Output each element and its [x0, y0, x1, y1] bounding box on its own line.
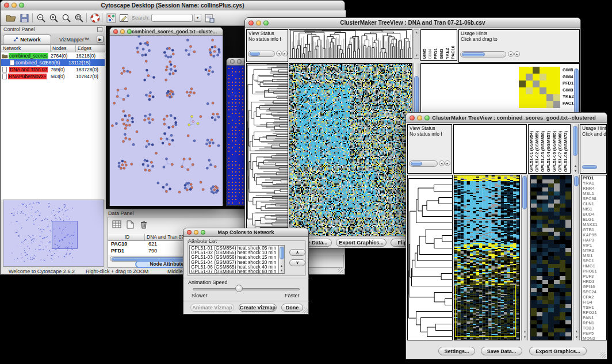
matrix-cell[interactable] [553, 74, 560, 81]
gene-list-item[interactable]: HRD3 [582, 279, 606, 284]
scrollbar-thumb[interactable] [411, 162, 422, 166]
dialog-titlebar[interactable]: Map Colors to Network [183, 228, 308, 237]
new-document-icon[interactable] [124, 219, 136, 230]
minimize-icon[interactable] [194, 230, 198, 235]
column-label[interactable]: GIM4 [427, 31, 433, 59]
heatmap-canvas[interactable] [454, 175, 520, 340]
gene-list-item[interactable]: HMG1 [582, 263, 606, 269]
minimize-icon[interactable] [120, 29, 125, 34]
matrix-cell[interactable] [553, 94, 560, 101]
resize-grip[interactable] [600, 352, 606, 358]
column-label[interactable]: GIM3 [439, 31, 445, 59]
matrix-cell[interactable] [533, 101, 540, 108]
gene-list-item[interactable]: CLN1 [582, 201, 606, 206]
trash-icon[interactable] [138, 219, 150, 230]
settings-button[interactable]: Settings... [438, 347, 475, 355]
scroll-up-icon[interactable]: ▴ [574, 329, 579, 334]
network-canvas[interactable] [110, 36, 223, 206]
close-icon[interactable] [410, 115, 415, 120]
move-down-button[interactable]: ∨ [289, 259, 305, 266]
gene-list-item[interactable]: MON2 [582, 336, 606, 340]
scroll-up-icon[interactable]: ▴ [414, 30, 419, 35]
matrix-cell[interactable] [553, 101, 560, 108]
column-label[interactable]: GPL51-06 (GSM865) [552, 126, 557, 172]
save-data-button[interactable]: Save Data... [481, 347, 522, 355]
search-dropdown[interactable]: ▼ [194, 14, 201, 22]
vizmap-network-icon[interactable] [105, 12, 117, 24]
gene-list-item[interactable]: TCB3 [582, 325, 606, 331]
gene-list-item[interactable]: ELG1 [582, 217, 606, 222]
gene-list-item[interactable]: MSI1 [582, 253, 606, 258]
window-controls[interactable] [4, 3, 24, 8]
column-label[interactable]: PAC10 [450, 31, 456, 59]
help-lifering-icon[interactable] [89, 12, 101, 24]
zoom-out-icon[interactable] [35, 12, 47, 24]
slider-thumb[interactable] [235, 285, 243, 292]
matrix-cell[interactable] [540, 81, 546, 87]
matrix-cell[interactable] [519, 74, 526, 81]
gene-list-item[interactable]: MAK31 [582, 222, 606, 227]
scroll-right-button[interactable]: ▸ [282, 51, 288, 56]
gene-list-item[interactable]: RNR4 [582, 186, 606, 191]
network-row-selected[interactable]: combined_sco 2569(6) 13112(15) [1, 59, 105, 66]
matrix-cell[interactable] [519, 101, 526, 108]
matrix-cell[interactable] [526, 101, 533, 108]
attribute-list-item[interactable]: GPL51-07 (GSM868) heat shock 60 min [190, 269, 284, 274]
matrix-cell[interactable] [519, 67, 526, 74]
gene-list-item[interactable]: CPA2 [582, 294, 606, 300]
scroll-down-icon[interactable]: ▾ [414, 53, 419, 58]
network-row-combined-scores[interactable]: combined_scores 2764(0) 16218(0) [1, 52, 105, 59]
gene-list-item[interactable]: PFD1 [582, 175, 606, 181]
zoom-fit-icon[interactable] [60, 12, 72, 24]
matrix-cell[interactable] [519, 81, 526, 87]
scrollbar-thumb[interactable] [250, 52, 260, 56]
column-dendrogram-canvas[interactable] [289, 29, 412, 59]
resize-grip[interactable] [338, 267, 343, 273]
col-nodes[interactable]: Nodes [51, 45, 76, 52]
scrollbar-thumb[interactable] [574, 176, 579, 186]
main-titlebar[interactable]: Cytoscape Desktop (Session Name: collins… [1, 1, 345, 10]
save-icon[interactable] [18, 12, 30, 24]
gene-list-item[interactable]: GTB1 [582, 227, 606, 232]
matrix-cell[interactable] [546, 81, 553, 87]
zoom-selected-icon[interactable] [73, 12, 85, 24]
column-label[interactable]: YKE2 [445, 31, 450, 59]
export-graphics-button[interactable]: Export Graphics... [529, 347, 587, 355]
labels-vscrollbar[interactable]: ▴▾ [572, 124, 579, 174]
correlation-matrix[interactable] [519, 67, 560, 108]
matrix-cell[interactable] [553, 87, 560, 94]
matrix-cell[interactable] [553, 67, 560, 74]
usage-hints-scroll-thumb[interactable] [582, 165, 597, 169]
matrix-cell[interactable] [526, 67, 533, 74]
float-panel-icon[interactable] [97, 27, 102, 32]
open-file-icon[interactable] [5, 12, 17, 24]
gene-list-item[interactable]: SEC1 [582, 258, 606, 263]
zoom-in-icon[interactable] [48, 12, 59, 24]
column-label[interactable]: GPL51-07 (GSM868) [557, 126, 563, 172]
matrix-cell[interactable] [546, 67, 553, 74]
network-overview-canvas[interactable] [3, 200, 104, 267]
column-dendrogram-area[interactable] [453, 124, 527, 174]
matrix-cell[interactable] [546, 74, 553, 81]
scroll-down-icon[interactable]: ▾ [522, 335, 527, 339]
view-status-hscrollbar[interactable] [409, 160, 438, 167]
gene-list-item[interactable]: SEC24 [582, 289, 606, 294]
gene-list-item[interactable]: HAP3 [582, 237, 606, 243]
animation-speed-slider[interactable] [193, 288, 300, 290]
matrix-cell[interactable] [546, 87, 553, 94]
matrix-cell[interactable] [533, 67, 540, 74]
gene-list-item[interactable]: PUF3 [582, 274, 606, 279]
treeview1-titlebar[interactable]: ClusterMaker TreeView : DNA and Tran 07-… [245, 18, 580, 28]
tab-network[interactable]: Network [3, 35, 51, 44]
matrix-cell[interactable] [540, 74, 546, 81]
matrix-cell[interactable] [546, 101, 553, 108]
gene-list-item[interactable]: FIG4 [582, 300, 606, 305]
column-label[interactable]: GPL51-03 (GSM856) [540, 126, 546, 172]
attribute-list-vscrollbar[interactable]: ▴▾ [278, 246, 285, 273]
gene-list-item[interactable]: VIP1 [582, 243, 606, 248]
gene-list-item[interactable]: SPC98 [582, 196, 606, 201]
minimize-icon[interactable] [256, 20, 261, 25]
heatmap-canvas[interactable] [289, 63, 412, 236]
gene-list-item[interactable]: NTR2 [582, 248, 606, 253]
annotation-icon[interactable] [118, 12, 129, 24]
